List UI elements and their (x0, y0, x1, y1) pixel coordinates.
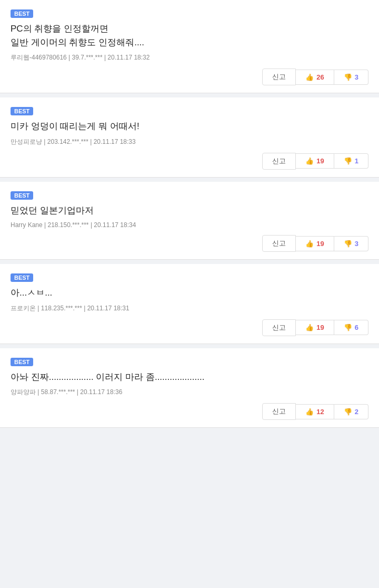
best-badge: BEST (11, 191, 33, 200)
report-button[interactable]: 신고 (262, 153, 296, 170)
comment-actions: 신고👍19👎1 (11, 153, 368, 170)
dislike-count: 3 (355, 240, 358, 248)
dislike-button[interactable]: 👎3 (334, 236, 368, 251)
best-badge: BEST (11, 273, 33, 282)
like-button[interactable]: 👍26 (296, 70, 334, 85)
comment-actions: 신고👍26👎3 (11, 68, 368, 85)
thumbs-down-icon: 👎 (344, 324, 352, 331)
comment-card: BEST믿었던 일본기업마저Harry Kane | 218.150.***.*… (0, 182, 379, 260)
comment-card: BEST미카 엉덩이 때리는게 뭐 어때서!만성피로냥 | 203.142.**… (0, 97, 379, 178)
comment-actions: 신고👍12👎2 (11, 403, 368, 420)
comment-meta: 프로키온 | 118.235.***.*** | 20.11.17 18:31 (11, 304, 368, 313)
like-count: 19 (316, 157, 324, 165)
thumbs-up-icon: 👍 (305, 157, 314, 165)
thumbs-down-icon: 👎 (344, 240, 352, 248)
comment-card: BEST아놔 진짜.................. 이러지 마라 좀....… (0, 348, 379, 428)
comment-meta: Harry Kane | 218.150.***.*** | 20.11.17 … (11, 221, 368, 229)
best-badge: BEST (11, 9, 33, 18)
dislike-button[interactable]: 👎1 (334, 153, 368, 169)
report-button[interactable]: 신고 (262, 319, 296, 336)
like-button[interactable]: 👍19 (296, 236, 334, 251)
dislike-count: 1 (355, 157, 358, 165)
dislike-count: 2 (355, 408, 358, 416)
comment-text: 믿었던 일본기업마저 (11, 204, 368, 218)
dislike-button[interactable]: 👎3 (334, 70, 368, 85)
best-badge: BEST (11, 107, 33, 115)
comment-card: BESTPC의 취향을 인정할꺼면일반 게이머의 취향도 인정해줘....루리웹… (0, 0, 379, 93)
comment-meta: 양파양파 | 58.87.***.*** | 20.11.17 18:36 (11, 388, 368, 397)
thumbs-down-icon: 👎 (344, 73, 352, 81)
thumbs-up-icon: 👍 (305, 408, 314, 416)
report-button[interactable]: 신고 (262, 403, 296, 420)
dislike-button[interactable]: 👎2 (334, 404, 368, 419)
comment-actions: 신고👍19👎6 (11, 319, 368, 336)
thumbs-down-icon: 👎 (344, 157, 352, 165)
comment-meta: 루리웹-4469780616 | 39.7.***.*** | 20.11.17… (11, 53, 368, 62)
thumbs-up-icon: 👍 (305, 73, 314, 81)
thumbs-down-icon: 👎 (344, 408, 352, 416)
like-button[interactable]: 👍19 (296, 153, 334, 169)
like-button[interactable]: 👍19 (296, 320, 334, 335)
dislike-count: 3 (355, 73, 358, 81)
comment-actions: 신고👍19👎3 (11, 235, 368, 252)
comment-text: 아...ㅅㅂ... (11, 286, 368, 300)
dislike-button[interactable]: 👎6 (334, 320, 368, 335)
best-badge: BEST (11, 358, 33, 366)
like-count: 26 (316, 73, 324, 81)
comment-text: 미카 엉덩이 때리는게 뭐 어때서! (11, 120, 368, 133)
report-button[interactable]: 신고 (262, 68, 296, 85)
thumbs-up-icon: 👍 (305, 240, 314, 248)
like-count: 19 (316, 324, 324, 331)
like-button[interactable]: 👍12 (296, 404, 334, 419)
like-count: 19 (316, 240, 324, 248)
comment-text: PC의 취향을 인정할꺼면일반 게이머의 취향도 인정해줘.... (11, 22, 368, 49)
dislike-count: 6 (355, 324, 358, 331)
thumbs-up-icon: 👍 (305, 324, 314, 331)
like-count: 12 (316, 408, 324, 416)
comment-text: 아놔 진짜.................. 이러지 마라 좀........… (11, 370, 368, 384)
comment-meta: 만성피로냥 | 203.142.***.*** | 20.11.17 18:33 (11, 138, 368, 146)
report-button[interactable]: 신고 (262, 235, 296, 252)
comment-card: BEST아...ㅅㅂ...프로키온 | 118.235.***.*** | 20… (0, 264, 379, 344)
